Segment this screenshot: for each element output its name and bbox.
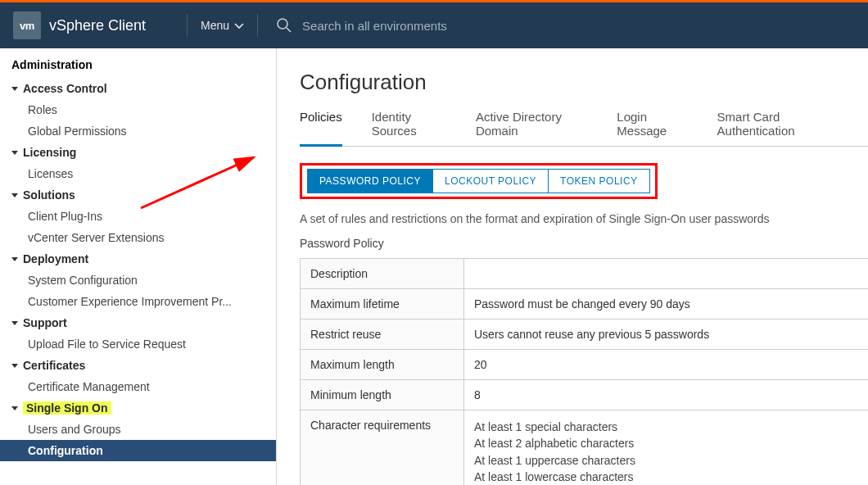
table-cell-label: Maximum length — [301, 350, 464, 380]
table-row: Maximum length20 — [301, 350, 868, 380]
admin-sidebar: Administration Access ControlRolesGlobal… — [0, 48, 277, 485]
table-cell-label: Restrict reuse — [301, 320, 464, 350]
app-title: vSphere Client — [49, 17, 146, 34]
table-cell-value: At least 1 special charactersAt least 2 … — [464, 410, 868, 485]
caret-down-icon — [11, 193, 18, 197]
sidebar-section-label: Licensing — [23, 146, 76, 159]
config-tabs: PoliciesIdentity SourcesActive Directory… — [300, 110, 868, 147]
sidebar-section-label: Certificates — [23, 359, 85, 372]
table-cell-label: Description — [301, 259, 464, 289]
char-req-line: At least 1 uppercase characters — [474, 452, 868, 469]
header-divider — [257, 14, 258, 37]
sidebar-section-label: Single Sign On — [23, 401, 111, 415]
tab-policies[interactable]: Policies — [300, 110, 342, 147]
search-icon — [276, 17, 292, 34]
global-header: vm vSphere Client Menu — [0, 2, 868, 48]
table-cell-label: Character requirements — [301, 410, 464, 485]
page-title: Configuration — [300, 70, 868, 95]
policy-btn-lockout-policy[interactable]: LOCKOUT POLICY — [433, 169, 549, 193]
chevron-down-icon — [234, 19, 244, 32]
table-row: Maximum lifetimePassword must be changed… — [301, 289, 868, 320]
caret-down-icon — [11, 151, 18, 155]
sidebar-item-global-permissions[interactable]: Global Permissions — [0, 120, 276, 142]
policy-btn-password-policy[interactable]: PASSWORD POLICY — [307, 169, 433, 193]
sidebar-item-system-configuration[interactable]: System Configuration — [0, 270, 276, 291]
sidebar-section-solutions[interactable]: Solutions — [0, 184, 276, 206]
tab-login-message[interactable]: Login Message — [617, 110, 687, 146]
svg-line-1 — [287, 28, 291, 32]
char-req-line: At least 2 alphabetic characters — [474, 435, 868, 451]
sidebar-item-customer-experience-improvement-pr[interactable]: Customer Experience Improvement Pr... — [0, 291, 276, 312]
sidebar-section-label: Support — [23, 316, 67, 329]
tab-active-directory-domain[interactable]: Active Directory Domain — [476, 110, 587, 146]
vmware-logo: vm — [13, 11, 41, 39]
svg-point-0 — [278, 19, 287, 29]
caret-down-icon — [11, 257, 18, 261]
policy-button-group: PASSWORD POLICYLOCKOUT POLICYTOKEN POLIC… — [307, 169, 650, 193]
table-row: Description — [301, 259, 868, 289]
table-cell-value: 8 — [464, 380, 868, 410]
table-row: Restrict reuseUsers cannot reuse any pre… — [301, 320, 868, 350]
search-input[interactable] — [302, 19, 548, 33]
sidebar-item-licenses[interactable]: Licenses — [0, 163, 276, 184]
content-area: Configuration PoliciesIdentity SourcesAc… — [277, 48, 868, 485]
header-divider — [187, 14, 188, 37]
sidebar-section-single-sign-on[interactable]: Single Sign On — [0, 397, 276, 419]
table-cell-label: Minimum length — [301, 380, 464, 410]
caret-down-icon — [11, 321, 18, 325]
sidebar-item-users-and-groups[interactable]: Users and Groups — [0, 419, 276, 440]
policy-button-group-highlight: PASSWORD POLICYLOCKOUT POLICYTOKEN POLIC… — [300, 163, 658, 199]
global-search[interactable] — [276, 17, 855, 34]
password-policy-table: DescriptionMaximum lifetimePassword must… — [300, 258, 868, 485]
sidebar-section-deployment[interactable]: Deployment — [0, 248, 276, 270]
caret-down-icon — [11, 364, 18, 368]
sidebar-item-configuration[interactable]: Configuration — [0, 440, 276, 461]
char-req-line: At least 1 special characters — [474, 419, 868, 435]
tab-smart-card-authentication[interactable]: Smart Card Authentication — [717, 110, 839, 146]
sidebar-item-roles[interactable]: Roles — [0, 99, 276, 120]
tab-identity-sources[interactable]: Identity Sources — [372, 110, 446, 146]
sidebar-section-label: Access Control — [23, 82, 107, 95]
sidebar-heading: Administration — [0, 57, 276, 78]
sidebar-section-label: Solutions — [23, 188, 75, 202]
sidebar-section-licensing[interactable]: Licensing — [0, 142, 276, 163]
sidebar-section-label: Deployment — [23, 252, 88, 265]
table-cell-label: Maximum lifetime — [301, 289, 464, 320]
table-cell-value — [464, 259, 868, 289]
policy-btn-token-policy[interactable]: TOKEN POLICY — [549, 169, 649, 193]
menu-dropdown[interactable]: Menu — [201, 19, 244, 32]
table-row: Minimum length8 — [301, 380, 868, 410]
table-cell-value: 20 — [464, 350, 868, 380]
sidebar-section-support[interactable]: Support — [0, 312, 276, 333]
table-cell-value: Password must be changed every 90 days — [464, 289, 868, 320]
sidebar-item-client-plug-ins[interactable]: Client Plug-Ins — [0, 206, 276, 227]
char-req-line: At least 1 lowercase characters — [474, 469, 868, 485]
caret-down-icon — [11, 406, 18, 410]
menu-label: Menu — [201, 19, 229, 32]
table-cell-value: Users cannot reuse any previous 5 passwo… — [464, 320, 868, 350]
sidebar-item-certificate-management[interactable]: Certificate Management — [0, 376, 276, 397]
sidebar-item-vcenter-server-extensions[interactable]: vCenter Server Extensions — [0, 227, 276, 248]
policy-subheading: Password Policy — [300, 237, 868, 250]
sidebar-section-access-control[interactable]: Access Control — [0, 78, 276, 99]
table-row: Character requirementsAt least 1 special… — [301, 410, 868, 485]
main-layout: Administration Access ControlRolesGlobal… — [0, 48, 868, 485]
sidebar-section-certificates[interactable]: Certificates — [0, 355, 276, 376]
sidebar-item-upload-file-to-service-request[interactable]: Upload File to Service Request — [0, 333, 276, 355]
policy-description: A set of rules and restrictions on the f… — [300, 212, 868, 225]
caret-down-icon — [11, 87, 18, 91]
